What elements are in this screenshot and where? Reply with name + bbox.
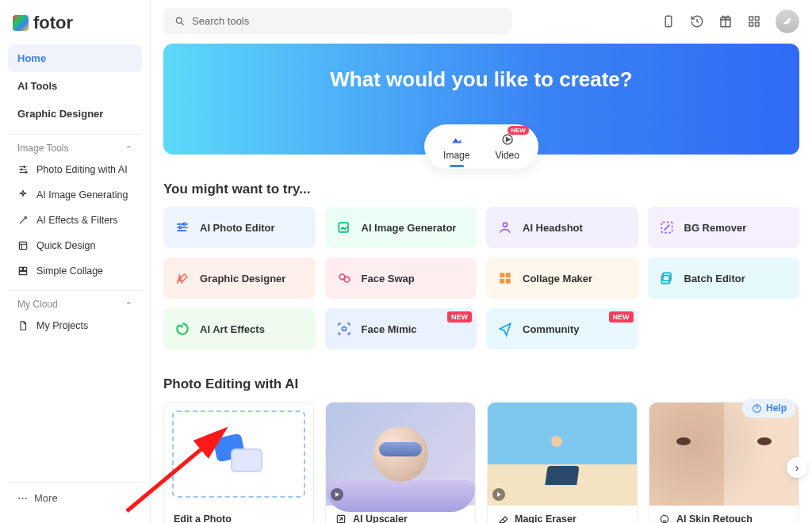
card-community[interactable]: NEWCommunity — [486, 308, 638, 349]
svg-rect-4 — [19, 267, 22, 270]
hero-tab-image[interactable]: Image — [443, 132, 469, 161]
image-plus-icon — [336, 220, 352, 235]
thumb-upscaler — [326, 403, 475, 506]
topbar-actions — [661, 10, 799, 33]
sliders-icon — [17, 164, 29, 175]
svg-point-16 — [179, 227, 182, 229]
topbar: Search tools — [163, 0, 799, 42]
hero-banner: What would you like to create? Image NEW… — [163, 44, 799, 155]
sidebar-item-my-projects[interactable]: My Projects — [8, 313, 142, 338]
sidebar-section-image-tools[interactable]: Image Tools ⌄ — [8, 134, 142, 157]
help-button[interactable]: Help — [742, 399, 796, 418]
nav-home[interactable]: Home — [8, 44, 142, 72]
svg-rect-6 — [19, 272, 26, 275]
feature-card-ai-skin-retouch[interactable]: AI Skin Retouch — [649, 402, 799, 523]
svg-rect-24 — [500, 279, 504, 284]
card-graphic-designer[interactable]: Graphic Designer — [163, 258, 316, 299]
sidebar-item-ai-image-generating[interactable]: AI Image Generating — [8, 182, 142, 208]
play-icon — [492, 488, 505, 501]
card-collage-maker[interactable]: Collage Maker — [486, 258, 638, 299]
upscale-icon — [335, 513, 347, 523]
mobile-icon[interactable] — [661, 14, 676, 29]
chevron-up-icon: ⌄ — [125, 300, 132, 310]
svg-point-18 — [504, 223, 508, 227]
face-swap-icon — [336, 270, 352, 286]
sidebar-section-my-cloud[interactable]: My Cloud ⌄ — [8, 290, 142, 313]
card-face-mimic[interactable]: NEWFace Mimic — [325, 308, 477, 349]
logo-text: fotor — [33, 13, 73, 33]
document-icon — [17, 320, 29, 331]
feature-card-ai-upscaler[interactable]: AI Upscaler — [325, 402, 476, 523]
search-input[interactable]: Search tools — [163, 8, 512, 34]
thumb-skin — [649, 403, 799, 506]
editing-row: Help Edit a Photo AI Upscaler — [163, 402, 799, 523]
try-grid: AI Photo Editor AI Image Generator AI He… — [163, 207, 799, 349]
image-icon — [450, 132, 464, 147]
card-face-swap[interactable]: Face Swap — [325, 258, 477, 299]
svg-rect-22 — [500, 273, 504, 277]
feature-card-magic-eraser[interactable]: Magic Eraser — [487, 402, 638, 523]
sliders-icon — [174, 220, 190, 235]
svg-rect-10 — [749, 17, 753, 21]
swirl-icon — [174, 321, 190, 337]
section-label: My Cloud — [17, 299, 58, 310]
hero-headline: What would you like to create? — [163, 44, 799, 92]
nav-graphic-designer[interactable]: Graphic Designer — [8, 100, 142, 128]
card-ai-headshot[interactable]: AI Headshot — [486, 207, 638, 248]
grid-icon — [497, 270, 513, 286]
svg-point-28 — [342, 327, 346, 331]
face-scan-icon — [336, 321, 352, 337]
person-icon — [497, 220, 513, 235]
thumb-edit-photo — [172, 410, 305, 498]
sidebar-item-quick-design[interactable]: Quick Design — [8, 233, 142, 258]
history-icon[interactable] — [690, 14, 704, 29]
gift-icon[interactable] — [718, 14, 733, 29]
try-section-title: You might want to try... — [163, 181, 799, 197]
main-content: Search tools What would you like to crea… — [151, 0, 812, 523]
card-ai-photo-editor[interactable]: AI Photo Editor — [163, 207, 316, 248]
svg-rect-25 — [506, 279, 511, 284]
sidebar-more[interactable]: ⋯ More — [8, 482, 142, 513]
svg-point-1 — [21, 169, 22, 170]
new-badge: NEW — [508, 126, 529, 135]
svg-point-31 — [661, 515, 668, 522]
wand-icon — [17, 215, 29, 226]
svg-point-0 — [24, 166, 25, 168]
card-batch-editor[interactable]: Batch Editor — [648, 258, 800, 299]
svg-rect-13 — [756, 22, 760, 26]
collage-icon — [17, 265, 29, 277]
logo[interactable]: fotor — [8, 10, 142, 44]
chevron-up-icon: ⌄ — [125, 143, 132, 154]
upload-photos-icon — [215, 436, 262, 472]
editing-section-title: Photo Editing with AI — [163, 376, 799, 392]
stack-icon — [659, 270, 675, 286]
sidebar-item-photo-editing-ai[interactable]: Photo Editing with AI — [8, 157, 142, 182]
svg-point-7 — [176, 17, 182, 23]
new-badge: NEW — [447, 311, 472, 323]
nav-ai-tools[interactable]: AI Tools — [8, 72, 142, 100]
sidebar: fotor Home AI Tools Graphic Designer Ima… — [0, 0, 151, 523]
card-ai-art-effects[interactable]: AI Art Effects — [163, 308, 316, 349]
section-label: Image Tools — [17, 143, 68, 154]
carousel-next-button[interactable]: › — [787, 457, 807, 478]
hero-tab-video[interactable]: NEW Video — [495, 132, 519, 161]
pencil-ruler-icon — [174, 270, 190, 286]
apps-grid-icon[interactable] — [747, 14, 761, 29]
sidebar-item-simple-collage[interactable]: Simple Collage — [8, 258, 142, 284]
card-bg-remover[interactable]: BG Remover — [648, 207, 800, 248]
card-ai-image-generator[interactable]: AI Image Generator — [325, 207, 477, 248]
svg-rect-3 — [19, 242, 26, 249]
thumb-eraser — [488, 403, 637, 506]
search-icon — [174, 16, 186, 27]
svg-rect-12 — [749, 22, 753, 26]
eraser-icon — [497, 513, 508, 523]
sidebar-item-ai-effects-filters[interactable]: AI Effects & Filters — [8, 208, 142, 233]
play-icon — [331, 488, 343, 501]
search-placeholder: Search tools — [192, 15, 249, 27]
svg-point-21 — [344, 277, 350, 282]
feature-card-edit-photo[interactable]: Edit a Photo — [163, 402, 314, 523]
avatar[interactable] — [776, 10, 799, 33]
scissors-icon — [659, 220, 675, 235]
design-icon — [17, 240, 29, 251]
help-icon — [752, 403, 762, 414]
